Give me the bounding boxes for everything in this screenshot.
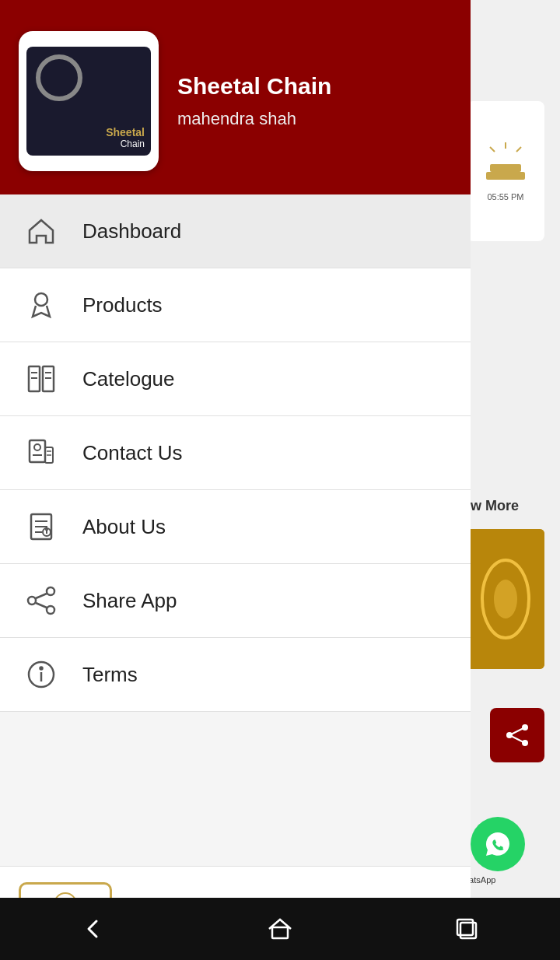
- logo-text: Sheetal Chain: [106, 126, 145, 149]
- home-button[interactable]: [249, 906, 311, 952]
- svg-line-1: [516, 147, 521, 152]
- about-icon: [22, 507, 61, 546]
- products-icon: [22, 286, 61, 324]
- nav-item-catalogue[interactable]: Catelogue: [0, 342, 471, 416]
- drawer-header: Sheetal Chain Sheetal Chain mahendra sha…: [0, 0, 471, 194]
- back-button[interactable]: [62, 906, 124, 952]
- whatsapp-button[interactable]: [471, 817, 525, 871]
- nav-label-products: Products: [82, 293, 163, 317]
- company-name: Sheetal Chain: [177, 73, 331, 100]
- logo-image: Sheetal Chain: [26, 47, 151, 156]
- gold-bars-icon: [482, 141, 529, 187]
- svg-rect-3: [490, 164, 521, 172]
- home-icon: [22, 212, 61, 251]
- svg-line-11: [509, 727, 525, 735]
- svg-line-36: [36, 594, 47, 598]
- nav-label-share-app: Share App: [82, 589, 177, 613]
- svg-line-2: [490, 147, 495, 152]
- nav-list: Dashboard Products: [0, 194, 471, 866]
- svg-line-12: [509, 735, 525, 743]
- terms-icon: [22, 655, 61, 694]
- recents-button[interactable]: [436, 906, 498, 952]
- contact-icon: [22, 433, 61, 472]
- nav-item-products[interactable]: Products: [0, 268, 471, 342]
- navigation-drawer: Sheetal Chain Sheetal Chain mahendra sha…: [0, 0, 471, 960]
- nav-item-terms[interactable]: Terms: [0, 638, 471, 712]
- nav-item-share-app[interactable]: Share App: [0, 564, 471, 638]
- gold-widget: 05:55 PM: [467, 101, 544, 241]
- view-more-text: w More: [471, 498, 519, 514]
- bottom-navigation-bar: [0, 898, 560, 960]
- catalogue-icon: [22, 359, 61, 398]
- svg-point-33: [47, 587, 54, 595]
- svg-rect-42: [272, 927, 288, 938]
- logo-chain: Chain: [106, 138, 145, 149]
- nav-label-about-us: About Us: [82, 515, 166, 539]
- nav-label-terms: Terms: [82, 663, 138, 687]
- svg-point-40: [40, 667, 43, 670]
- jewelry-image: [467, 529, 544, 669]
- gold-time: 05:55 PM: [487, 192, 523, 201]
- svg-point-32: [46, 529, 47, 531]
- svg-point-34: [28, 597, 36, 604]
- nav-label-catalogue: Catelogue: [82, 367, 175, 391]
- share-floating-button[interactable]: [490, 708, 544, 762]
- nav-item-about-us[interactable]: About Us: [0, 490, 471, 564]
- svg-line-37: [36, 603, 47, 608]
- nav-label-dashboard: Dashboard: [82, 219, 181, 244]
- svg-point-7: [494, 580, 517, 618]
- logo-container: Sheetal Chain: [19, 31, 159, 171]
- svg-rect-4: [486, 172, 525, 180]
- nav-label-contact-us: Contact Us: [82, 441, 183, 465]
- header-info: Sheetal Chain mahendra shah: [177, 73, 331, 129]
- svg-point-35: [47, 606, 54, 614]
- svg-point-13: [35, 293, 47, 306]
- nav-item-contact-us[interactable]: Contact Us: [0, 416, 471, 490]
- share-icon: [22, 581, 61, 620]
- logo-sheetal: Sheetal: [106, 126, 145, 138]
- user-name: mahendra shah: [177, 109, 331, 129]
- nav-item-dashboard[interactable]: Dashboard: [0, 194, 471, 268]
- svg-point-21: [34, 444, 40, 450]
- logo-ring-icon: [36, 54, 82, 101]
